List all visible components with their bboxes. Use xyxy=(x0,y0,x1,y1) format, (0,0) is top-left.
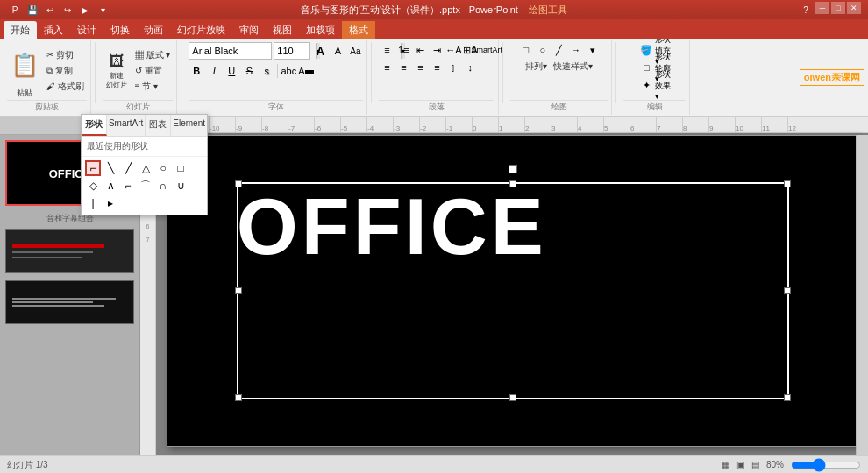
redo-icon[interactable]: ↪ xyxy=(60,2,75,18)
shadow-button[interactable]: s xyxy=(259,63,274,79)
handle-br[interactable] xyxy=(784,394,791,401)
shape-cursor[interactable]: ⌐ xyxy=(85,160,101,176)
tab-slideshow[interactable]: 幻灯片放映 xyxy=(170,21,232,39)
popup-tab-element[interactable]: Element xyxy=(171,115,207,136)
reset-button[interactable]: ↺ 重置 xyxy=(132,64,174,78)
decrease-font-button[interactable]: A xyxy=(330,43,345,59)
bullets-button[interactable]: ≡ xyxy=(379,42,395,58)
oval-shape-icon[interactable]: ○ xyxy=(535,42,551,58)
tab-transitions[interactable]: 切换 xyxy=(103,21,137,39)
quick-styles-button[interactable]: 快速样式▾ xyxy=(551,60,595,74)
popup-tab-chart[interactable]: 图表 xyxy=(146,115,171,136)
dropdown-arrow-icon[interactable]: ▾ xyxy=(95,2,110,18)
shape-bracket[interactable]: ⌐ xyxy=(120,178,136,194)
rotate-handle[interactable] xyxy=(509,165,517,173)
ruler-mark: -6 xyxy=(314,117,340,133)
clipboard-content: 📋 粘贴 ✂ 剪切 ⧉ 复制 🖌 格式刷 xyxy=(7,42,87,100)
vertical-scrollbar[interactable] xyxy=(856,135,868,455)
close-button[interactable]: ✕ xyxy=(847,2,861,14)
fill-color-button[interactable]: 🪣 xyxy=(638,42,654,58)
line-spacing-button[interactable]: ↕ xyxy=(462,60,478,75)
numbering-button[interactable]: 1≡ xyxy=(395,42,411,58)
slide-thumbnail-3[interactable] xyxy=(5,280,134,324)
align-center-button[interactable]: ≡ xyxy=(395,60,411,75)
shape-line2[interactable]: ╱ xyxy=(120,160,136,176)
tab-view[interactable]: 视图 xyxy=(266,21,299,39)
handle-ml[interactable] xyxy=(235,287,242,294)
shape-arrow[interactable]: ▸ xyxy=(103,195,118,211)
shape-intersect[interactable]: ∩ xyxy=(155,178,171,194)
tab-addins[interactable]: 加载项 xyxy=(299,21,342,39)
shape-rect[interactable]: □ xyxy=(173,160,189,176)
clear-format-button[interactable]: Aa xyxy=(347,43,363,59)
shape-circle[interactable]: ○ xyxy=(155,160,171,176)
increase-font-button[interactable]: A xyxy=(312,43,328,59)
popup-tab-shapes[interactable]: 形状 xyxy=(82,115,107,136)
popup-tab-smartart[interactable]: SmartArt xyxy=(107,115,146,136)
shape-arc[interactable]: ⌒ xyxy=(138,178,153,194)
arrange-button[interactable]: 排列▾ xyxy=(523,60,550,74)
cut-button[interactable]: ✂ 剪切 xyxy=(44,48,87,62)
window-controls[interactable]: ? ─ □ ✕ xyxy=(798,2,861,18)
tab-animations[interactable]: 动画 xyxy=(137,21,170,39)
rect-shape-icon[interactable]: □ xyxy=(518,42,534,58)
view-slide-icon[interactable]: ▣ xyxy=(736,460,744,469)
zoom-slider[interactable] xyxy=(791,459,861,471)
line-shape-icon[interactable]: ╱ xyxy=(551,42,567,58)
shape-diamond[interactable]: ◇ xyxy=(85,178,101,194)
effects-button[interactable]: ✦ xyxy=(638,77,654,93)
text-direction-button[interactable]: ↔A xyxy=(445,42,461,58)
view-reading-icon[interactable]: ▤ xyxy=(751,460,759,469)
outline-button[interactable]: □ xyxy=(638,60,654,75)
ruler-mark: -5 xyxy=(340,117,366,133)
save-icon[interactable]: 💾 xyxy=(25,2,40,18)
more-shapes-button[interactable]: ▾ xyxy=(585,42,601,58)
ruler-top: -12 -11 -10 -9 -8 -7 -6 -5 -4 -3 -2 -1 0… xyxy=(140,117,868,133)
start-icon[interactable]: ▶ xyxy=(77,2,93,18)
tab-design[interactable]: 设计 xyxy=(70,21,103,39)
strikethrough-button[interactable]: S xyxy=(241,63,257,79)
shape-union[interactable]: ∪ xyxy=(173,178,189,194)
tab-insert[interactable]: 插入 xyxy=(37,21,70,39)
italic-button[interactable]: I xyxy=(206,63,222,79)
format-paint-button[interactable]: 🖌 格式刷 xyxy=(44,80,87,94)
underline-button[interactable]: U xyxy=(224,63,239,79)
copy-button[interactable]: ⧉ 复制 xyxy=(44,64,87,78)
maximize-button[interactable]: □ xyxy=(831,2,845,14)
shape-triangle[interactable]: △ xyxy=(138,160,153,176)
align-left-button[interactable]: ≡ xyxy=(379,60,395,75)
new-slide-button[interactable]: 🖼 新建 幻灯片 xyxy=(103,49,131,93)
decrease-indent-button[interactable]: ⇤ xyxy=(412,42,428,58)
shape-line[interactable]: ╲ xyxy=(103,160,118,176)
handle-bl[interactable] xyxy=(235,394,242,401)
columns-button[interactable]: ⫿ xyxy=(445,60,461,75)
bold-button[interactable]: B xyxy=(189,63,204,79)
increase-indent-button[interactable]: ⇥ xyxy=(429,42,445,58)
select-button[interactable]: 形状效果▾ xyxy=(655,77,671,93)
font-name-combo[interactable]: Arial Black ▾ xyxy=(189,42,272,60)
shape-pipe[interactable]: | xyxy=(85,195,101,211)
handle-mr[interactable] xyxy=(784,287,791,294)
font-size-combo[interactable]: 110 ▾ xyxy=(274,42,310,60)
char-spacing-button[interactable]: abc xyxy=(281,63,296,79)
convert-smartart-button[interactable]: SmartArt xyxy=(479,42,494,58)
ruler-mark: 3 xyxy=(551,117,577,133)
undo-icon[interactable]: ↩ xyxy=(42,2,58,18)
tab-format-drawing[interactable]: 格式 xyxy=(342,21,375,39)
arrow-shape-icon[interactable]: → xyxy=(568,42,584,58)
view-normal-icon[interactable]: ▦ xyxy=(722,460,729,469)
align-right-button[interactable]: ≡ xyxy=(412,60,428,75)
section-button[interactable]: ≡ 节 ▾ xyxy=(132,80,174,94)
paste-button[interactable]: 📋 xyxy=(7,43,42,87)
font-color-button[interactable]: A xyxy=(298,63,314,79)
status-bar: 幻灯片 1/3 ▦ ▣ ▤ 80% xyxy=(0,455,868,473)
tab-review[interactable]: 审阅 xyxy=(232,21,266,39)
help-icon[interactable]: ? xyxy=(798,2,814,18)
layout-button[interactable]: ▦ 版式 ▾ xyxy=(132,48,174,62)
handle-bm[interactable] xyxy=(509,394,516,401)
slide-thumbnail-2[interactable] xyxy=(5,229,134,273)
tab-home[interactable]: 开始 xyxy=(4,21,37,39)
shape-caret[interactable]: ∧ xyxy=(103,178,118,194)
minimize-button[interactable]: ─ xyxy=(815,2,829,14)
justify-button[interactable]: ≡ xyxy=(429,60,445,75)
